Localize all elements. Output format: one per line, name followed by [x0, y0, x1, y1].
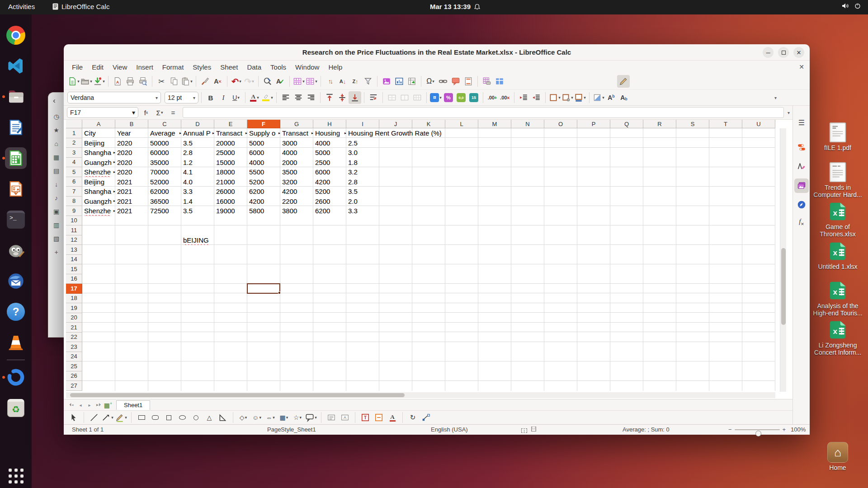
- align-right-button[interactable]: [305, 91, 317, 104]
- block-arrows-dropdown-icon[interactable]: ▾: [273, 415, 275, 420]
- lines-arrows-button[interactable]: ▾: [101, 411, 114, 424]
- dock-item-trash[interactable]: ♻: [0, 393, 32, 423]
- name-box[interactable]: F17 ▾: [67, 107, 138, 118]
- cell-C9[interactable]: 72500: [148, 206, 181, 216]
- back-icon[interactable]: ‹: [53, 96, 64, 105]
- files-sidebar-music-icon[interactable]: ♪: [48, 191, 64, 205]
- row-header-10[interactable]: 10: [66, 216, 82, 226]
- undo-dropdown-icon[interactable]: ▾: [239, 79, 241, 84]
- redo-dropdown-icon[interactable]: ▾: [252, 79, 254, 84]
- cell-E4[interactable]: 15000: [214, 158, 247, 168]
- spelling-button[interactable]: A✓: [274, 75, 287, 88]
- cell-D1[interactable]: Annual P▸: [181, 128, 214, 138]
- borders-dropdown-icon[interactable]: ▾: [558, 95, 561, 100]
- stars-banners-button[interactable]: ☆▾: [291, 411, 304, 424]
- row-header-12[interactable]: 12: [66, 235, 82, 245]
- cell-D3[interactable]: 2.8: [181, 148, 214, 158]
- rectangle-button[interactable]: [135, 411, 148, 424]
- cell-G2[interactable]: 3000: [280, 138, 313, 148]
- menu-edit[interactable]: Edit: [87, 62, 108, 72]
- dock-item-help[interactable]: ?: [0, 296, 32, 327]
- cell-I2[interactable]: 2.5: [346, 138, 379, 148]
- decrease-indent-button[interactable]: [530, 91, 542, 104]
- vertical-scrollbar[interactable]: [780, 128, 786, 392]
- dock-item-thunderbird[interactable]: [0, 266, 32, 296]
- autofilter-button[interactable]: [362, 75, 374, 88]
- circle-button[interactable]: [189, 411, 202, 424]
- row-header-7[interactable]: 7: [66, 187, 82, 197]
- insert-text-box-button[interactable]: [325, 411, 338, 424]
- cell-E1[interactable]: Transact▸: [214, 128, 247, 138]
- desktop-icon-li-zongsheng-concert-inform[interactable]: xLi Zongsheng Concert Inform...: [811, 319, 865, 356]
- row-header-26[interactable]: 26: [66, 371, 82, 381]
- column-header-N[interactable]: N: [511, 120, 544, 128]
- cell-A2[interactable]: Beijing: [82, 138, 115, 148]
- sidebar-tab-gallery[interactable]: [794, 178, 809, 193]
- italic-button[interactable]: I: [217, 91, 230, 104]
- desktop-icon-file-1-pdf[interactable]: fILE 1.pdf: [811, 122, 865, 151]
- print-area-button[interactable]: [481, 75, 493, 88]
- cell-B4[interactable]: 2020: [115, 158, 148, 168]
- formula-input[interactable]: [183, 107, 784, 118]
- dock-item-gimp[interactable]: [0, 235, 32, 266]
- row-header-5[interactable]: 5: [66, 167, 82, 177]
- line-button[interactable]: [88, 411, 100, 424]
- cell-A4[interactable]: Guangzh▸: [82, 158, 115, 168]
- currency-dropdown-icon[interactable]: ▾: [439, 95, 442, 100]
- cell-D6[interactable]: 4.0: [181, 177, 214, 187]
- menu-styles[interactable]: Styles: [188, 62, 216, 72]
- menu-data[interactable]: Data: [242, 62, 266, 72]
- cell-E5[interactable]: 18000: [214, 167, 247, 177]
- show-draw-functions-button[interactable]: [617, 75, 630, 88]
- cell-B6[interactable]: 2021: [115, 177, 148, 187]
- window-titlebar[interactable]: Research on the Price Fluctuations in th…: [64, 44, 810, 61]
- sort-button[interactable]: ↑↓: [324, 75, 336, 88]
- save-dropdown-icon[interactable]: ▾: [103, 79, 105, 84]
- activities-button[interactable]: Activities: [8, 3, 35, 10]
- cell-A7[interactable]: Shangha▸: [82, 187, 115, 197]
- insert-image-button[interactable]: [380, 75, 393, 88]
- column-header-S[interactable]: S: [676, 120, 709, 128]
- open-dropdown-icon[interactable]: ▾: [90, 79, 92, 84]
- language-status[interactable]: English (USA): [431, 426, 468, 433]
- cell-G3[interactable]: 4000: [280, 148, 313, 158]
- row-header-16[interactable]: 16: [66, 274, 82, 284]
- horizontal-scrollbar[interactable]: [66, 392, 775, 398]
- cell-D4[interactable]: 1.2: [181, 158, 214, 168]
- column-header-G[interactable]: G: [280, 120, 313, 128]
- files-sidebar-new-tab-icon[interactable]: +: [48, 245, 64, 259]
- row-header-2[interactable]: 2: [66, 138, 82, 148]
- desktop-icon-untitled-1-xlsx[interactable]: xUntitled 1.xlsx: [811, 241, 865, 270]
- column-header-L[interactable]: L: [445, 120, 478, 128]
- row-header-23[interactable]: 23: [66, 342, 82, 352]
- cell-B1[interactable]: Year: [115, 128, 148, 138]
- sort-descending-button[interactable]: Z↑: [349, 75, 362, 88]
- cell-I3[interactable]: 3.0: [346, 148, 379, 158]
- previous-sheet-icon[interactable]: ◂: [76, 403, 85, 408]
- center-vertically-button[interactable]: [336, 91, 349, 104]
- first-sheet-icon[interactable]: ⏴◂: [67, 402, 75, 408]
- find-replace-button[interactable]: [261, 75, 274, 88]
- superscript-button[interactable]: Ab: [605, 91, 618, 104]
- system-status-area[interactable]: [842, 3, 861, 9]
- files-sidebar-downloads-icon[interactable]: ↓: [48, 178, 64, 191]
- files-window-edge[interactable]: ‹ ◷★⌂▦▤↓♪▣▥▧+: [48, 92, 64, 338]
- column-header-E[interactable]: E: [214, 120, 247, 128]
- insert-column-dropdown-icon[interactable]: ▾: [315, 79, 317, 84]
- menu-file[interactable]: File: [67, 62, 87, 72]
- undo-button[interactable]: ↶▾: [230, 75, 243, 88]
- insert-fontwork-button[interactable]: A: [339, 411, 351, 424]
- cell-I7[interactable]: 3.5: [346, 187, 379, 197]
- cell-H5[interactable]: 6000: [313, 167, 346, 177]
- zoom-slider[interactable]: [735, 429, 780, 430]
- dock-item-libreoffice-impress[interactable]: [0, 174, 32, 204]
- files-sidebar-videos-icon[interactable]: ▥: [48, 218, 64, 232]
- cell-B3[interactable]: 2020: [115, 148, 148, 158]
- row-header-22[interactable]: 22: [66, 333, 82, 343]
- cell-F7[interactable]: 6200: [247, 187, 280, 197]
- column-header-U[interactable]: U: [742, 120, 775, 128]
- menu-sheet[interactable]: Sheet: [216, 62, 242, 72]
- cell-F1[interactable]: Supply o▸: [247, 128, 280, 138]
- ellipse-button[interactable]: [176, 411, 189, 424]
- cell-B8[interactable]: 2021: [115, 197, 148, 206]
